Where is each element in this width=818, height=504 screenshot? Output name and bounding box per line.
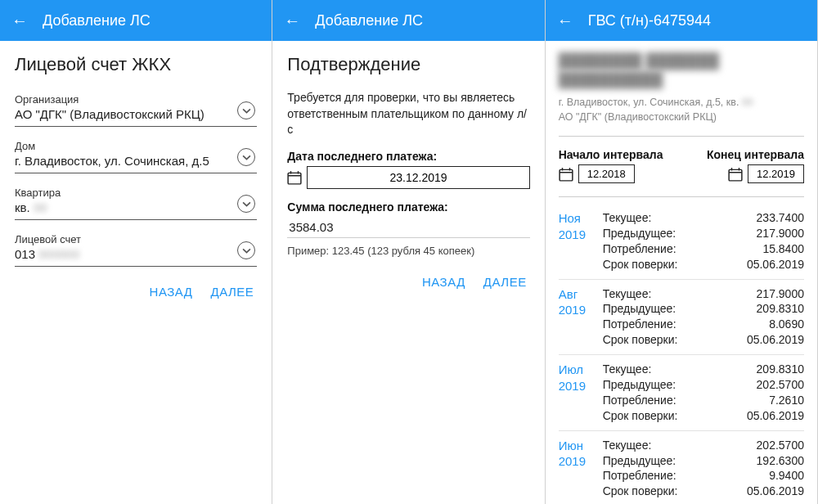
last-pay-sum-input[interactable]: 3584.03 — [287, 217, 529, 238]
readings-list: Ноя2019Текущее:233.7400Предыдущее:217.90… — [559, 204, 804, 504]
page-title: Подтверждение — [287, 54, 529, 75]
reading-row[interactable]: Ноя2019Текущее:233.7400Предыдущее:217.90… — [559, 204, 804, 280]
last-pay-sum-label: Сумма последнего платежа: — [287, 200, 529, 214]
back-button[interactable]: НАЗАД — [150, 285, 193, 299]
interval-end: Конец интервала 12.2019 — [686, 148, 804, 183]
org-field[interactable]: Организация АО "ДГК" (Владивостокский РК… — [15, 90, 257, 127]
account-field[interactable]: Лицевой счет 013 000000 — [15, 230, 257, 267]
last-pay-date-label: Дата последнего платежа: — [287, 150, 529, 163]
page-title: Лицевой счет ЖКХ — [15, 54, 257, 75]
apartment-field[interactable]: Квартира кв. 00 — [15, 183, 257, 220]
last-pay-date-row: 23.12.2019 — [287, 166, 529, 189]
next-button[interactable]: ДАЛЕЕ — [483, 275, 527, 289]
appbar-title: Добавление ЛС — [43, 12, 151, 29]
apartment-value: кв. 00 — [15, 200, 257, 214]
content: Лицевой счет ЖКХ Организация АО "ДГК" (В… — [0, 41, 272, 504]
appbar-title: Добавление ЛС — [315, 12, 423, 29]
interval-start-label: Начало интервала — [559, 148, 676, 161]
calendar-icon[interactable] — [559, 167, 573, 182]
reading-row[interactable]: Авг2019Текущее:217.9000Предыдущее:209.83… — [559, 280, 804, 356]
org-line: АО "ДГК" (Владивостокский РКЦ) — [559, 111, 804, 123]
next-button[interactable]: ДАЛЕЕ — [210, 285, 254, 299]
owner-name: ████████ ███████ — [559, 52, 804, 70]
reading-row[interactable]: Июл2019Текущее:209.8310Предыдущее:202.57… — [559, 355, 804, 431]
sum-hint: Пример: 123.45 (123 рубля 45 копеек) — [287, 245, 529, 257]
back-button[interactable]: НАЗАД — [422, 275, 465, 289]
back-icon[interactable]: ← — [11, 11, 28, 30]
nav-buttons: НАЗАД ДАЛЕЕ — [15, 277, 257, 307]
reading-body: Текущее:209.8310Предыдущее:202.5700Потре… — [603, 362, 804, 424]
reading-month: Июн2019 — [559, 438, 603, 500]
interval-start-input[interactable]: 12.2018 — [578, 164, 635, 183]
house-field[interactable]: Дом г. Владивосток, ул. Сочинская, д.5 — [15, 137, 257, 173]
interval-start: Начало интервала 12.2018 — [559, 148, 676, 183]
interval-end-label: Конец интервала — [686, 148, 804, 161]
calendar-icon[interactable] — [728, 167, 743, 182]
svg-rect-4 — [560, 169, 573, 181]
divider — [559, 136, 804, 137]
panel-add-account: ← Добавление ЛС Лицевой счет ЖКХ Организ… — [0, 0, 272, 504]
back-icon[interactable]: ← — [284, 11, 300, 30]
address-line: г. Владивосток, ул. Сочинская, д.5, кв. … — [559, 97, 804, 108]
panel-meter-detail: ← ГВС (т/н)-6475944 ████████ ███████ ███… — [546, 0, 818, 504]
back-icon[interactable]: ← — [557, 11, 573, 30]
content: Подтверждение Требуется для проверки, чт… — [272, 41, 544, 504]
appbar: ← ГВС (т/н)-6475944 — [546, 0, 817, 41]
reading-body: Текущее:233.7400Предыдущее:217.9000Потре… — [603, 210, 804, 272]
nav-buttons: НАЗАД ДАЛЕЕ — [287, 267, 529, 297]
reading-month: Авг2019 — [559, 286, 603, 349]
svg-rect-0 — [288, 173, 301, 184]
reading-body: Текущее:202.5700Предыдущее:192.6300Потре… — [603, 438, 804, 500]
account-label: Лицевой счет — [15, 233, 257, 245]
reading-row[interactable]: Июн2019Текущее:202.5700Предыдущее:192.63… — [559, 431, 804, 504]
account-value: 013 000000 — [15, 247, 257, 261]
calendar-icon[interactable] — [287, 170, 302, 185]
reading-month: Ноя2019 — [559, 210, 603, 272]
house-value: г. Владивосток, ул. Сочинская, д.5 — [15, 154, 257, 168]
confirmation-desc: Требуется для проверки, что вы являетесь… — [287, 90, 529, 138]
appbar-title: ГВС (т/н)-6475944 — [588, 12, 711, 29]
svg-rect-8 — [729, 169, 742, 181]
org-label: Организация — [15, 93, 257, 106]
interval-end-input[interactable]: 12.2019 — [748, 164, 804, 183]
appbar: ← Добавление ЛС — [272, 0, 544, 41]
divider — [559, 196, 804, 197]
content: ████████ ███████ ██████████ г. Владивост… — [546, 41, 817, 504]
owner-name-2: ██████████ — [559, 71, 804, 88]
panel-confirmation: ← Добавление ЛС Подтверждение Требуется … — [272, 0, 545, 504]
last-pay-date-input[interactable]: 23.12.2019 — [307, 166, 529, 189]
apartment-label: Квартира — [15, 187, 257, 199]
reading-month: Июл2019 — [559, 362, 603, 424]
appbar: ← Добавление ЛС — [0, 0, 272, 41]
org-value: АО "ДГК" (Владивостокский РКЦ) — [15, 107, 257, 121]
reading-body: Текущее:217.9000Предыдущее:209.8310Потре… — [603, 286, 804, 349]
house-label: Дом — [15, 140, 257, 152]
interval-row: Начало интервала 12.2018 Конец интервала… — [559, 143, 804, 190]
header-block: ████████ ███████ ██████████ г. Владивост… — [559, 52, 804, 129]
